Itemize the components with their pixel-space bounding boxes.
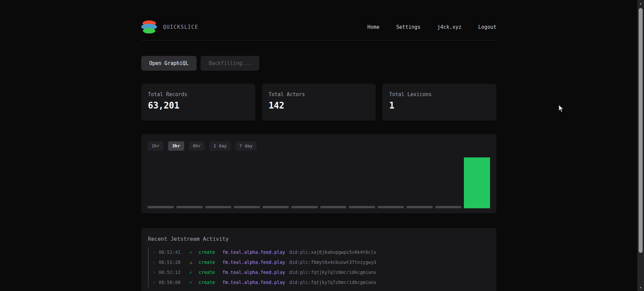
log-timestamp: 08:50:08: [159, 280, 180, 285]
log-lexicon: fm.teal.alpha.feed.play: [222, 280, 285, 285]
log-action: create: [199, 270, 215, 275]
backfilling-button: Backfilling...: [201, 56, 259, 71]
quickslice-logo-icon: [141, 20, 157, 34]
time-range-selector: 1hr 3hr 6hr 1 day 7 day: [148, 141, 490, 151]
brand-name: QUICKSLICE: [163, 20, 198, 34]
range-button-1hr[interactable]: 1hr: [148, 141, 163, 151]
chart-bar: [205, 206, 231, 208]
nav-link-account[interactable]: j4ck.xyz: [437, 24, 462, 30]
log-lexicon: fm.teal.alpha.feed.play: [222, 260, 285, 265]
stat-value: 1: [389, 100, 490, 111]
mouse-cursor-icon: [558, 104, 565, 113]
chevron-right-icon: ›: [153, 280, 155, 285]
nav-link-settings[interactable]: Settings: [396, 24, 420, 30]
log-timestamp: 08:52:12: [159, 270, 180, 275]
check-icon: ✓: [189, 280, 193, 285]
header: QUICKSLICE Home Settings j4ck.xyz Logout: [141, 0, 496, 41]
log-row: ›08:50:08✓createfm.teal.alpha.feed.playd…: [153, 277, 490, 287]
activity-title: Recent Jetstream Activity: [148, 235, 490, 243]
stat-label: Total Lexicons: [389, 92, 490, 97]
scrollbar-thumb[interactable]: [639, 8, 643, 253]
activity-log: ›08:52:41✓createfm.teal.alpha.feed.playd…: [148, 247, 490, 287]
chart-bar: [435, 206, 462, 208]
log-did: did:plc:fqtjky7q7z6mcridkcgmianx: [289, 280, 376, 285]
log-lexicon: fm.teal.alpha.feed.play: [222, 249, 285, 255]
stat-card-total-lexicons: Total Lexicons 1: [382, 84, 496, 121]
stat-card-total-actors: Total Actors 142: [262, 84, 376, 121]
log-row: ›08:52:41✓createfm.teal.alpha.feed.playd…: [153, 247, 490, 257]
stats-row: Total Records 63,201 Total Actors 142 To…: [141, 84, 496, 121]
brand: QUICKSLICE: [141, 20, 198, 34]
chart-bar: [378, 206, 404, 208]
log-did: did:plc:xaj6j6abvpgwps5v6k4t6clv: [289, 249, 376, 255]
chart-bar: [349, 206, 375, 208]
open-graphiql-button[interactable]: Open GraphiQL: [141, 56, 197, 71]
range-button-6hr[interactable]: 6hr: [189, 141, 205, 151]
log-timestamp: 08:52:41: [159, 249, 180, 255]
warning-icon: ⚠: [189, 260, 193, 265]
chart-bar: [148, 206, 174, 208]
logo-ellipse-green: [143, 28, 155, 33]
chevron-right-icon: ›: [153, 260, 155, 265]
scrollbar-down-arrow-icon[interactable]: ▼: [637, 285, 644, 290]
chart-bar: [291, 206, 318, 208]
activity-chart-card: 1hr 3hr 6hr 1 day 7 day: [141, 134, 496, 213]
range-button-1day[interactable]: 1 day: [209, 141, 230, 151]
chevron-right-icon: ›: [153, 249, 155, 255]
chart-bar: [464, 157, 490, 208]
log-action: create: [199, 260, 215, 265]
chart-bar: [234, 206, 260, 208]
log-row: ›08:52:12✓createfm.teal.alpha.feed.playd…: [153, 267, 490, 277]
stat-label: Total Records: [148, 92, 249, 97]
chart-bar: [263, 206, 289, 208]
range-button-3hr[interactable]: 3hr: [168, 141, 184, 151]
scrollbar-up-arrow-icon[interactable]: ▲: [637, 1, 644, 6]
stat-card-total-records: Total Records 63,201: [141, 84, 255, 121]
chart-bars: [148, 157, 490, 208]
page-content: QUICKSLICE Home Settings j4ck.xyz Logout…: [141, 0, 496, 291]
chart-bar: [176, 206, 203, 208]
nav-link-logout[interactable]: Logout: [478, 24, 496, 30]
main-nav: Home Settings j4ck.xyz Logout: [367, 20, 496, 34]
log-action: create: [199, 280, 215, 285]
chevron-right-icon: ›: [153, 270, 155, 275]
log-lexicon: fm.teal.alpha.feed.play: [222, 270, 285, 275]
window-scrollbar[interactable]: ▲ ▼: [637, 0, 644, 291]
log-row: ›08:52:28⚠createfm.teal.alpha.feed.playd…: [153, 257, 490, 267]
check-icon: ✓: [189, 249, 193, 255]
recent-activity-card: Recent Jetstream Activity ›08:52:41✓crea…: [141, 228, 496, 291]
stat-value: 63,201: [148, 100, 249, 111]
stat-label: Total Actors: [269, 92, 369, 97]
check-icon: ✓: [189, 270, 193, 275]
nav-link-home[interactable]: Home: [367, 24, 379, 30]
log-timestamp: 08:52:28: [159, 260, 180, 265]
range-button-7day[interactable]: 7 day: [235, 141, 257, 151]
log-action: create: [199, 249, 215, 255]
actions-row: Open GraphiQL Backfilling...: [141, 56, 496, 71]
stat-value: 142: [269, 100, 369, 111]
chart-bar: [320, 206, 346, 208]
log-did: did:plc:fqtjky7q7z6mcridkcgmianx: [289, 270, 376, 275]
chart-bar: [407, 206, 433, 208]
log-did: did:plc:fbmyt6x4cbuxwt37tnzygwy3: [289, 260, 376, 265]
